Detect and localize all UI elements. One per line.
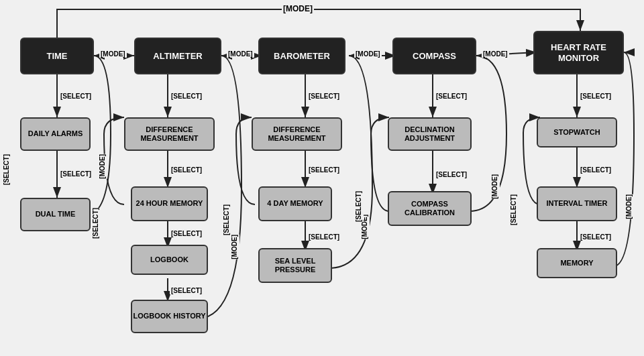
mode-label-1: [MODE]: [99, 50, 127, 58]
select-time-2: [SELECT]: [59, 170, 93, 178]
mode-alt-right: [MODE]: [229, 235, 239, 259]
select-comp-1: [SELECT]: [435, 93, 468, 100]
select-comp-2: [SELECT]: [435, 171, 468, 178]
time-node: TIME: [20, 38, 94, 74]
logbook-node: LOGBOOK: [131, 245, 208, 275]
select-baro-2: [SELECT]: [307, 166, 341, 174]
select-hr-1: [SELECT]: [579, 93, 612, 100]
daily-alarms-node: DAILY ALARMS: [20, 117, 91, 151]
interval-timer-node: INTERVAL TIMER: [537, 186, 617, 221]
mode-label-4: [MODE]: [482, 50, 509, 58]
top-mode-label: [MODE]: [282, 4, 314, 13]
diff-meas-baro-node: DIFFERENCE MEASUREMENT: [252, 117, 342, 151]
mode-comp-right: [MODE]: [490, 174, 500, 199]
select-hr-2: [SELECT]: [579, 166, 612, 174]
day-memory-node: 4 DAY MEMORY: [258, 186, 332, 221]
select-baro-1: [SELECT]: [307, 93, 341, 100]
compass-cal-node: COMPASS CALIBRATION: [388, 191, 472, 226]
logbook-history-node: LOGBOOK HISTORY: [131, 300, 208, 333]
mode-label-3: [MODE]: [354, 50, 382, 58]
declination-node: DECLINATION ADJUSTMENT: [388, 117, 472, 151]
select-alt-1: [SELECT]: [170, 93, 203, 100]
heart-rate-node: HEART RATE MONITOR: [533, 31, 624, 74]
select-baro-left: [SELECT]: [221, 204, 231, 235]
select-alt-left: [SELECT]: [91, 208, 101, 239]
stopwatch-node: STOPWATCH: [537, 117, 617, 147]
dual-time-node: DUAL TIME: [20, 198, 91, 231]
select-alt-3: [SELECT]: [170, 230, 203, 237]
barometer-node: BAROMETER: [258, 38, 345, 74]
select-time-left: [SELECT]: [1, 154, 11, 185]
select-alt-4: [SELECT]: [170, 287, 203, 294]
memory-node: MEMORY: [537, 248, 617, 278]
sea-level-node: SEA LEVEL PRESSURE: [258, 248, 332, 283]
mode-hr-right: [MODE]: [624, 194, 634, 219]
select-hr-3: [SELECT]: [579, 233, 612, 241]
compass-node: COMPASS: [392, 38, 476, 74]
select-hr-left: [SELECT]: [508, 194, 519, 225]
diagram-container: [MODE] [MODE] [MODE] [MODE] [MODE] [SELE…: [0, 0, 644, 356]
select-alt-2: [SELECT]: [170, 166, 203, 174]
select-comp-left: [SELECT]: [354, 191, 364, 222]
mode-time-right: [MODE]: [97, 154, 107, 179]
select-time-1: [SELECT]: [59, 93, 93, 100]
hour-memory-node: 24 HOUR MEMORY: [131, 186, 208, 221]
diff-meas-alt-node: DIFFERENCE MEASUREMENT: [124, 117, 215, 151]
mode-label-2: [MODE]: [227, 50, 254, 58]
select-baro-3: [SELECT]: [307, 233, 341, 241]
altimeter-node: ALTIMETER: [134, 38, 221, 74]
